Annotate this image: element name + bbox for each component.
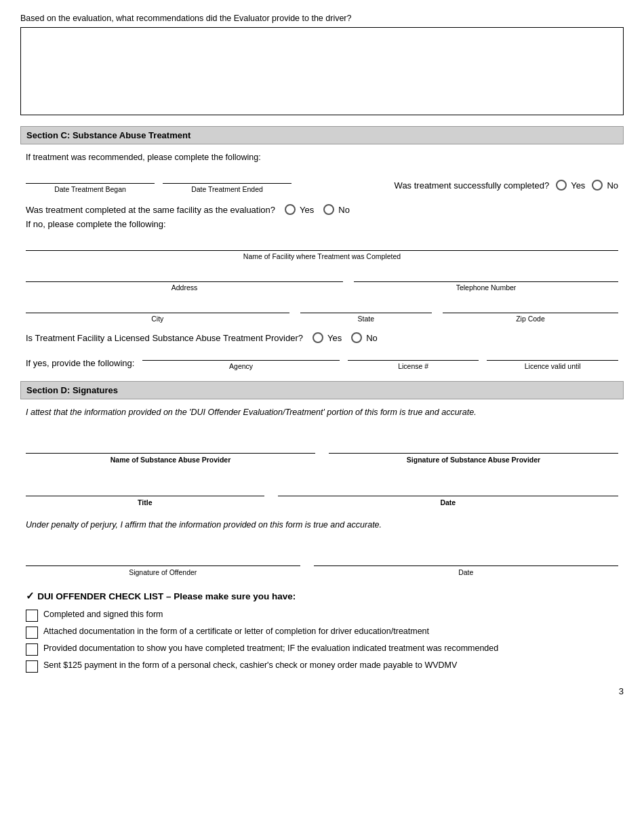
checkbox-1[interactable] — [26, 610, 38, 622]
facility-name-line[interactable] — [26, 239, 618, 251]
date-ended-line[interactable] — [163, 172, 291, 184]
section-c-header: Section C: Substance Abuse Treatment — [20, 126, 624, 144]
zip-label: Zip Code — [443, 315, 618, 323]
attest-text: I attest that the information provided o… — [26, 408, 618, 417]
licensed-yes-radio[interactable]: Yes — [313, 332, 342, 343]
date-ended-label: Date Treatment Ended — [191, 185, 263, 193]
same-facility-yes-radio[interactable]: Yes — [285, 204, 314, 215]
perjury-text: Under penalty of perjury, I affirm that … — [26, 520, 618, 530]
licence-valid-line[interactable] — [487, 349, 618, 361]
name-provider-label: Name of Substance Abuse Provider — [110, 456, 231, 464]
checklist-text-4: Sent $125 payment in the form of a perso… — [43, 660, 457, 672]
title-label: Title — [138, 498, 152, 507]
state-line[interactable] — [300, 301, 432, 313]
licence-valid-label: Licence valid until — [487, 362, 618, 370]
address-label: Address — [26, 283, 343, 292]
date-began-line[interactable] — [26, 172, 155, 184]
checklist-item-1: Completed and signed this form — [26, 609, 618, 622]
checklist-item-4: Sent $125 payment in the form of a perso… — [26, 660, 618, 673]
city-line[interactable] — [26, 301, 289, 313]
checklist-text-3: Provided documentation to show you have … — [43, 643, 498, 655]
license-label: License # — [348, 362, 479, 370]
city-label: City — [26, 315, 289, 323]
treatment-completed-no-radio[interactable]: No — [592, 180, 618, 191]
facility-name-label: Name of Facility where Treatment was Com… — [26, 252, 618, 260]
checklist-text-2: Attached documentation in the form of a … — [43, 626, 429, 638]
checkbox-2[interactable] — [26, 627, 38, 639]
section-c-intro: If treatment was recommended, please com… — [26, 153, 618, 162]
sig-offender-line[interactable] — [26, 547, 300, 566]
telephone-line[interactable] — [354, 270, 618, 282]
page-number: 3 — [20, 686, 624, 696]
same-facility-question: Was treatment completed at the same faci… — [26, 205, 275, 215]
checklist-item-3: Provided documentation to show you have … — [26, 643, 618, 656]
date-offender-label: Date — [458, 568, 473, 576]
top-question-label: Based on the evaluation, what recommenda… — [20, 14, 624, 23]
checklist-title: ✓ DUI OFFENDER CHECK LIST – Please make … — [26, 590, 618, 602]
licensed-question: Is Treatment Facility a Licensed Substan… — [26, 333, 303, 343]
title-line[interactable] — [26, 477, 264, 496]
date-provider-line[interactable] — [278, 477, 618, 496]
date-began-label: Date Treatment Began — [54, 185, 126, 193]
evaluator-recommendations-box[interactable] — [20, 27, 624, 115]
checklist-item-2: Attached documentation in the form of a … — [26, 626, 618, 639]
if-yes-label: If yes, provide the following: — [26, 358, 134, 368]
checkbox-3[interactable] — [26, 643, 38, 656]
checkbox-4[interactable] — [26, 660, 38, 673]
address-line[interactable] — [26, 270, 343, 282]
section-d-header: Section D: Signatures — [20, 381, 624, 399]
license-line[interactable] — [348, 349, 479, 361]
date-provider-label: Date — [440, 498, 456, 507]
treatment-completed-question: Was treatment successfully completed? — [395, 180, 550, 191]
date-offender-line[interactable] — [314, 547, 618, 566]
sig-provider-label: Signature of Substance Abuse Provider — [407, 456, 540, 464]
sig-provider-line[interactable] — [329, 435, 618, 454]
checklist-text-1: Completed and signed this form — [43, 609, 163, 621]
licensed-no-radio[interactable]: No — [351, 332, 378, 343]
treatment-completed-yes-radio[interactable]: Yes — [556, 180, 585, 191]
if-no-label: If no, please complete the following: — [26, 219, 618, 229]
same-facility-no-radio[interactable]: No — [323, 204, 350, 215]
zip-line[interactable] — [443, 301, 618, 313]
telephone-label: Telephone Number — [354, 283, 618, 292]
agency-label: Agency — [142, 362, 339, 370]
sig-offender-label: Signature of Offender — [129, 568, 197, 576]
check-mark-icon: ✓ — [26, 590, 37, 601]
agency-line[interactable] — [142, 349, 339, 361]
state-label: State — [300, 315, 432, 323]
name-provider-line[interactable] — [26, 435, 315, 454]
